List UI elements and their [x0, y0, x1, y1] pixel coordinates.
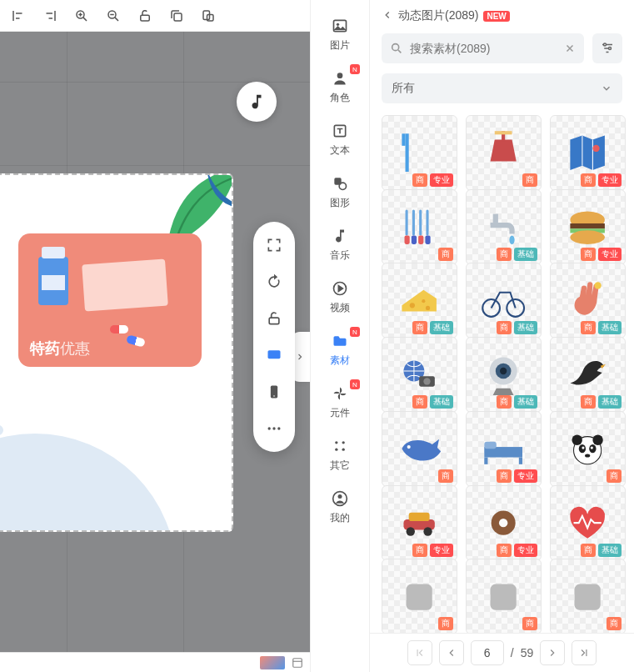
cat-assets[interactable]: 素材N: [315, 325, 365, 374]
canvas-area: 特药优惠 惠: [0, 0, 310, 672]
cube-icon: [331, 437, 349, 455]
promo-card[interactable]: 特药优惠: [18, 233, 202, 367]
svg-point-10: [268, 427, 271, 429]
svg-point-49: [410, 303, 415, 308]
asset-thumb: [562, 201, 613, 253]
asset-heart[interactable]: 商基础: [550, 485, 626, 561]
svg-point-72: [591, 447, 593, 449]
svg-point-21: [335, 441, 337, 444]
asset-cheese[interactable]: 商基础: [382, 263, 457, 339]
zoom-out-icon[interactable]: [100, 3, 127, 29]
svg-point-9: [273, 395, 275, 397]
asset-item20[interactable]: 商: [466, 559, 542, 633]
svg-point-51: [426, 306, 430, 310]
tag-zhuanye: 专业: [514, 544, 537, 557]
asset-dustpan[interactable]: 商: [466, 115, 542, 191]
asset-tags: 商: [607, 469, 622, 483]
tag-shang: 商: [412, 395, 427, 409]
new-dot: N: [350, 379, 360, 389]
tag-shang: 商: [497, 469, 512, 483]
asset-item21[interactable]: 商: [550, 559, 626, 633]
unlock-icon[interactable]: [132, 3, 158, 29]
asset-thumb: [562, 571, 613, 623]
asset-webcam[interactable]: 商基础: [466, 337, 542, 413]
asset-tags: 商基础: [497, 395, 537, 409]
artboard[interactable]: 特药优惠 惠: [0, 173, 233, 532]
clear-icon[interactable]: [564, 43, 576, 54]
cat-image[interactable]: 图片: [315, 10, 365, 59]
cat-other[interactable]: 其它: [315, 430, 365, 479]
unlock-button[interactable]: [259, 303, 289, 333]
page-prev-button[interactable]: [439, 640, 464, 665]
asset-car[interactable]: 商专业: [382, 485, 457, 561]
filter-dropdown[interactable]: 所有: [382, 73, 622, 103]
back-button[interactable]: [382, 9, 393, 23]
page-first-button[interactable]: [407, 640, 432, 665]
fullscreen-button[interactable]: [259, 230, 289, 260]
svg-rect-37: [419, 209, 422, 235]
asset-utensils[interactable]: 商: [382, 189, 457, 265]
tag-shang: 商: [497, 544, 512, 557]
tag-zhuanye: 专业: [598, 248, 622, 261]
asset-bed[interactable]: 商专业: [466, 411, 542, 487]
svg-rect-35: [406, 209, 408, 235]
copy-icon[interactable]: [163, 3, 190, 29]
search-box[interactable]: [382, 33, 584, 63]
asset-faucet[interactable]: 商基础: [466, 189, 542, 265]
tag-jichu: 基础: [514, 395, 537, 409]
cat-text[interactable]: 文本: [315, 115, 365, 164]
more-button[interactable]: [259, 414, 289, 444]
asset-toothbrush[interactable]: 商专业: [382, 115, 457, 191]
asset-bicycle[interactable]: 商基础: [466, 263, 542, 339]
asset-globe-camera[interactable]: 商基础: [382, 337, 457, 413]
music-button[interactable]: [237, 82, 277, 122]
desktop-button[interactable]: [259, 340, 289, 370]
page-next-button[interactable]: [540, 640, 565, 665]
asset-thumb: [562, 423, 613, 474]
tag-shang: 商: [581, 321, 596, 334]
asset-panda[interactable]: 商: [550, 411, 626, 487]
asset-hand[interactable]: 商基础: [550, 263, 626, 339]
page-thumbnail[interactable]: [260, 656, 285, 669]
svg-point-26: [338, 494, 342, 499]
category-rail: 图片角色N文本图形音乐视频素材N元件N其它我的: [310, 0, 370, 672]
align-right-icon[interactable]: [37, 3, 63, 29]
asset-tags: 商基础: [412, 395, 453, 409]
svg-rect-81: [491, 584, 517, 609]
paste-icon[interactable]: [195, 3, 222, 29]
svg-point-71: [582, 447, 585, 449]
asset-crow[interactable]: 商基础: [550, 337, 626, 413]
asset-thumb: [477, 349, 529, 400]
page-current-input[interactable]: [471, 640, 504, 665]
layout-icon[interactable]: [292, 657, 303, 669]
asset-donut[interactable]: 商专业: [466, 485, 542, 561]
cat-video[interactable]: 视频: [315, 273, 365, 322]
asset-burger[interactable]: 商专业: [550, 189, 626, 265]
search-input[interactable]: [410, 42, 557, 55]
filter-button[interactable]: [592, 33, 622, 63]
asset-thumb: [477, 497, 529, 549]
asset-tags: 商: [607, 617, 622, 630]
mobile-button[interactable]: [259, 377, 289, 407]
rotate-button[interactable]: [259, 267, 289, 297]
align-left-icon[interactable]: [5, 3, 32, 29]
asset-whale[interactable]: 商: [382, 411, 457, 487]
video-icon: [331, 279, 349, 298]
asset-map[interactable]: 商专业: [550, 115, 626, 191]
cat-role[interactable]: 角色N: [315, 63, 365, 112]
new-dot: N: [350, 327, 360, 337]
cat-music[interactable]: 音乐: [315, 220, 365, 269]
svg-point-11: [272, 427, 275, 429]
asset-item19[interactable]: 商: [382, 559, 457, 633]
avatar-icon: [331, 489, 349, 508]
cat-widget[interactable]: 元件N: [315, 378, 365, 427]
cat-mine[interactable]: 我的: [315, 483, 365, 532]
panel-title: 动态图片(2089): [398, 8, 478, 23]
canvas-viewport[interactable]: 特药优惠 惠: [0, 32, 310, 652]
zoom-in-icon[interactable]: [68, 3, 95, 29]
tag-shang: 商: [412, 173, 427, 187]
page-last-button[interactable]: [572, 640, 597, 665]
cat-label: 素材: [330, 354, 350, 368]
cat-shape[interactable]: 图形: [315, 168, 365, 217]
svg-rect-42: [426, 236, 431, 244]
